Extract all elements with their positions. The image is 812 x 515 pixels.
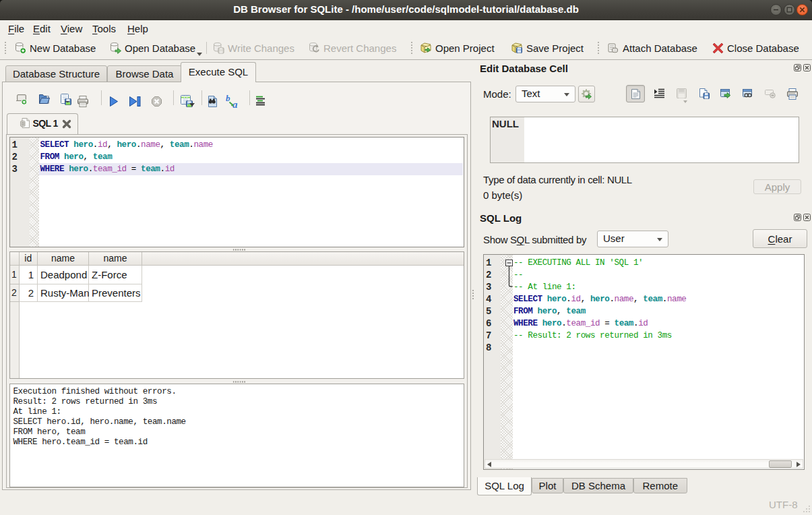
svg-text:a: a xyxy=(232,99,238,109)
